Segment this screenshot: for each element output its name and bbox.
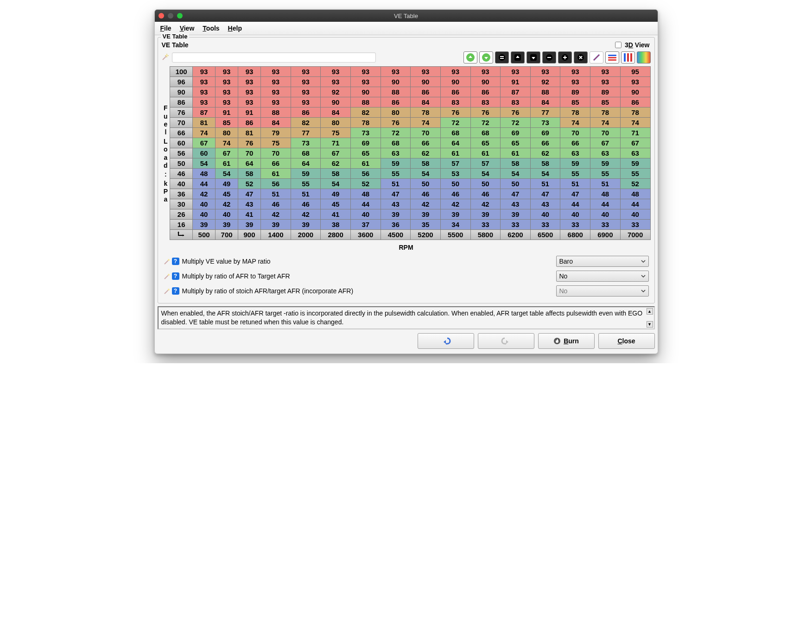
grid-cell[interactable]: 81 xyxy=(238,128,261,138)
plus-button[interactable] xyxy=(558,51,572,63)
grid-cell[interactable]: 86 xyxy=(238,118,261,128)
grid-cell[interactable]: 71 xyxy=(321,138,351,148)
grid-cell[interactable]: 91 xyxy=(501,77,531,87)
x-axis-tick[interactable]: 6500 xyxy=(530,230,560,240)
grid-cell[interactable]: 39 xyxy=(261,220,291,230)
grid-cell[interactable]: 74 xyxy=(216,138,238,148)
grid-cell[interactable]: 76 xyxy=(238,138,261,148)
grid-cell[interactable]: 55 xyxy=(560,169,590,179)
grid-cell[interactable]: 54 xyxy=(321,179,351,189)
grid-cell[interactable]: 73 xyxy=(530,118,560,128)
y-axis-tick[interactable]: 56 xyxy=(170,148,193,158)
grid-cell[interactable]: 93 xyxy=(238,87,261,97)
grid-cell[interactable]: 48 xyxy=(620,189,650,199)
grid-cell[interactable]: 55 xyxy=(590,169,621,179)
grid-cell[interactable]: 39 xyxy=(193,220,216,230)
grid-cell[interactable]: 93 xyxy=(291,97,321,107)
grid-cell[interactable]: 51 xyxy=(530,179,560,189)
grid-cell[interactable]: 69 xyxy=(501,128,531,138)
grid-cell[interactable]: 44 xyxy=(350,199,381,209)
x-axis-tick[interactable]: 500 xyxy=(193,230,216,240)
grid-cell[interactable]: 61 xyxy=(350,158,381,169)
x-axis-tick[interactable]: 4500 xyxy=(381,230,411,240)
grid-cell[interactable]: 33 xyxy=(620,220,650,230)
x-axis-tick[interactable]: 1400 xyxy=(261,230,291,240)
grid-cell[interactable]: 54 xyxy=(530,169,560,179)
grid-cell[interactable]: 93 xyxy=(321,67,351,77)
grid-cell[interactable]: 93 xyxy=(560,67,590,77)
grid-cell[interactable]: 93 xyxy=(216,87,238,97)
grid-cell[interactable]: 70 xyxy=(560,128,590,138)
grid-cell[interactable]: 67 xyxy=(620,138,650,148)
x-axis-tick[interactable]: 2000 xyxy=(291,230,321,240)
grid-cell[interactable]: 93 xyxy=(216,77,238,87)
grid-cell[interactable]: 51 xyxy=(560,179,590,189)
grid-cell[interactable]: 93 xyxy=(261,87,291,97)
grid-cell[interactable]: 54 xyxy=(501,169,531,179)
grid-cell[interactable]: 81 xyxy=(193,118,216,128)
grid-cell[interactable]: 63 xyxy=(560,148,590,158)
grid-cell[interactable]: 84 xyxy=(411,97,441,107)
grid-cell[interactable]: 93 xyxy=(350,67,381,77)
grid-cell[interactable]: 51 xyxy=(381,179,411,189)
y-axis-tick[interactable]: 36 xyxy=(170,189,193,199)
rows-tool-button[interactable] xyxy=(605,51,619,63)
grid-cell[interactable]: 90 xyxy=(470,77,501,87)
grid-cell[interactable]: 45 xyxy=(216,189,238,199)
grid-cell[interactable]: 69 xyxy=(350,138,381,148)
grid-cell[interactable]: 39 xyxy=(381,209,411,220)
redo-button[interactable] xyxy=(478,333,534,349)
grid-cell[interactable]: 61 xyxy=(261,169,291,179)
x-axis-tick[interactable]: 700 xyxy=(216,230,238,240)
grid-cell[interactable]: 87 xyxy=(193,107,216,118)
grid-cell[interactable]: 87 xyxy=(501,87,531,97)
grid-cell[interactable]: 37 xyxy=(350,220,381,230)
titlebar[interactable]: VE Table xyxy=(155,10,658,22)
grid-cell[interactable]: 58 xyxy=(411,158,441,169)
grid-cell[interactable]: 93 xyxy=(216,97,238,107)
checkbox-3d-view-input[interactable] xyxy=(615,42,622,48)
info-scrollbar[interactable]: ▲ ▼ xyxy=(647,308,653,328)
grid-cell[interactable]: 33 xyxy=(470,220,501,230)
grid-cell[interactable]: 76 xyxy=(381,118,411,128)
grid-cell[interactable]: 59 xyxy=(381,158,411,169)
grid-cell[interactable]: 61 xyxy=(470,148,501,158)
shift-down-button[interactable] xyxy=(527,51,540,63)
grid-cell[interactable]: 44 xyxy=(560,199,590,209)
grid-cell[interactable]: 33 xyxy=(530,220,560,230)
y-axis-tick[interactable]: 46 xyxy=(170,169,193,179)
grid-cell[interactable]: 48 xyxy=(590,189,621,199)
grid-cell[interactable]: 68 xyxy=(381,138,411,148)
menu-view[interactable]: View xyxy=(180,25,195,32)
wand-icon[interactable] xyxy=(164,258,171,265)
grid-cell[interactable]: 49 xyxy=(321,189,351,199)
grid-cell[interactable]: 43 xyxy=(381,199,411,209)
grid-cell[interactable]: 90 xyxy=(321,97,351,107)
grid-cell[interactable]: 54 xyxy=(193,158,216,169)
grid-cell[interactable]: 93 xyxy=(216,67,238,77)
grid-cell[interactable]: 89 xyxy=(590,87,621,97)
grid-cell[interactable]: 40 xyxy=(193,199,216,209)
y-axis-tick[interactable]: 26 xyxy=(170,209,193,220)
grid-cell[interactable]: 75 xyxy=(321,128,351,138)
grid-cell[interactable]: 47 xyxy=(381,189,411,199)
grid-cell[interactable]: 42 xyxy=(216,199,238,209)
grid-cell[interactable]: 72 xyxy=(440,118,470,128)
grid-cell[interactable]: 90 xyxy=(381,77,411,87)
grid-cell[interactable]: 93 xyxy=(470,67,501,77)
grid-cell[interactable]: 86 xyxy=(440,87,470,97)
columns-tool-button[interactable] xyxy=(621,51,635,63)
grid-cell[interactable]: 43 xyxy=(501,199,531,209)
grid-cell[interactable]: 48 xyxy=(193,169,216,179)
grid-cell[interactable]: 59 xyxy=(620,158,650,169)
grid-cell[interactable]: 90 xyxy=(350,87,381,97)
grid-cell[interactable]: 90 xyxy=(620,87,650,97)
grid-cell[interactable]: 47 xyxy=(238,189,261,199)
help-icon[interactable]: ? xyxy=(172,287,179,295)
grid-cell[interactable]: 92 xyxy=(321,87,351,97)
grid-cell[interactable]: 74 xyxy=(411,118,441,128)
increment-green-down-button[interactable] xyxy=(479,51,493,63)
grid-cell[interactable]: 54 xyxy=(216,169,238,179)
grid-cell[interactable]: 44 xyxy=(193,179,216,189)
grid-cell[interactable]: 91 xyxy=(216,107,238,118)
